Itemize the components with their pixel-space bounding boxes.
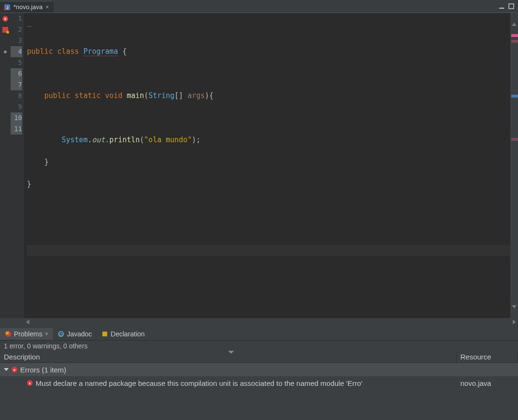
overview-info-mark[interactable] bbox=[511, 95, 518, 98]
line-number-gutter: 1 2 3 4 5 6 7 8 9 10 11 bbox=[11, 13, 24, 318]
svg-rect-4 bbox=[509, 4, 514, 9]
javadoc-icon: @ bbox=[58, 331, 64, 337]
problems-table-body: x Errors (1 item) x Must declare a named… bbox=[0, 363, 518, 420]
scroll-left-icon[interactable] bbox=[26, 320, 29, 324]
svg-text:@: @ bbox=[59, 332, 63, 336]
sort-indicator-icon[interactable] bbox=[228, 351, 234, 354]
scroll-down-icon[interactable] bbox=[512, 305, 517, 309]
gutter-markers: x bbox=[0, 13, 11, 318]
error-icon: x bbox=[12, 367, 17, 372]
errors-group-label: Errors (1 item) bbox=[20, 366, 66, 374]
minimize-icon[interactable] bbox=[498, 3, 506, 9]
close-icon[interactable]: × bbox=[46, 4, 49, 11]
overview-ruler[interactable] bbox=[510, 13, 518, 318]
problem-resource: novo.java bbox=[456, 379, 518, 387]
code-content[interactable]: ~~ public class Programa { public static… bbox=[24, 13, 510, 318]
warning-marker-icon[interactable] bbox=[2, 27, 8, 33]
problems-group-errors[interactable]: x Errors (1 item) bbox=[0, 363, 518, 376]
svg-rect-3 bbox=[499, 8, 504, 9]
declaration-icon bbox=[101, 331, 108, 337]
svg-point-2 bbox=[4, 8, 7, 10]
problem-row[interactable]: x Must declare a named package because t… bbox=[0, 376, 518, 390]
column-resource[interactable]: Resource bbox=[456, 351, 518, 362]
tab-declaration-label: Declaration bbox=[111, 330, 145, 338]
tab-declaration[interactable]: Declaration bbox=[97, 328, 149, 340]
problems-table-header: Description Resource bbox=[0, 351, 518, 363]
code-editor[interactable]: x 1 2 3 4 5 6 7 8 9 10 11 ~~ public clas… bbox=[0, 12, 518, 318]
svg-rect-6 bbox=[6, 332, 9, 334]
column-description[interactable]: Description bbox=[0, 351, 456, 362]
bottom-panel: Problems × @ Javadoc Declaration 1 error… bbox=[0, 326, 518, 420]
editor-tab-bar: J *novo.java × bbox=[0, 0, 518, 12]
tab-problems[interactable]: Problems × bbox=[0, 328, 53, 340]
overview-mark[interactable] bbox=[511, 138, 518, 141]
problems-icon bbox=[5, 331, 12, 337]
error-icon: x bbox=[27, 380, 33, 386]
tab-javadoc[interactable]: @ Javadoc bbox=[53, 328, 97, 340]
overview-mark[interactable] bbox=[511, 40, 518, 43]
horizontal-scrollbar[interactable] bbox=[0, 318, 518, 326]
close-icon[interactable]: × bbox=[45, 331, 48, 337]
svg-rect-9 bbox=[102, 332, 107, 336]
editor-tab-novo-java[interactable]: J *novo.java × bbox=[0, 1, 54, 12]
overview-error-mark[interactable] bbox=[511, 34, 518, 37]
maximize-icon[interactable] bbox=[507, 3, 515, 9]
panel-tab-bar: Problems × @ Javadoc Declaration bbox=[0, 327, 518, 341]
editor-tab-label: *novo.java bbox=[13, 3, 43, 11]
scroll-right-icon[interactable] bbox=[513, 320, 516, 324]
java-file-icon: J bbox=[4, 4, 11, 11]
window-controls bbox=[498, 0, 518, 12]
tab-javadoc-label: Javadoc bbox=[67, 330, 92, 338]
error-marker-icon[interactable]: x bbox=[2, 16, 8, 22]
breakpoint-dot-icon[interactable] bbox=[4, 50, 7, 53]
problems-summary: 1 error, 0 warnings, 0 others bbox=[0, 341, 518, 351]
expand-icon[interactable] bbox=[4, 368, 9, 371]
scroll-up-icon[interactable] bbox=[512, 23, 517, 26]
problem-message: Must declare a named package because thi… bbox=[36, 379, 362, 387]
tab-problems-label: Problems bbox=[14, 330, 42, 338]
